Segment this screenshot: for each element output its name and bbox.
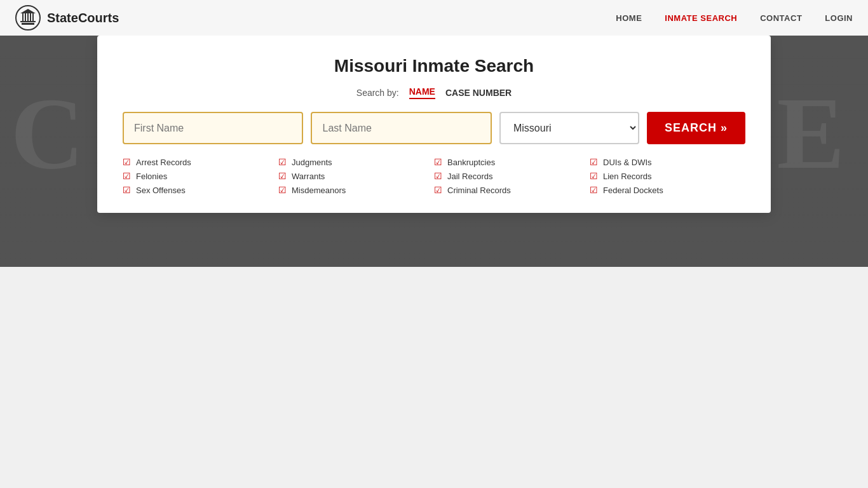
checkbox-item: ☑DUIs & DWIs bbox=[590, 157, 745, 167]
logo-text: StateCourts bbox=[47, 11, 119, 25]
checkbox-label: DUIs & DWIs bbox=[603, 158, 652, 167]
search-card: Missouri Inmate Search Search by: NAME C… bbox=[97, 36, 771, 213]
checkbox-label: Federal Dockets bbox=[603, 186, 663, 195]
checkbox-label: Warrants bbox=[292, 172, 325, 181]
checkbox-item: ☑Sex Offenses bbox=[123, 185, 278, 195]
last-name-input[interactable] bbox=[311, 112, 491, 144]
logo-link[interactable]: StateCourts bbox=[15, 5, 119, 30]
checkmark-icon: ☑ bbox=[434, 157, 442, 167]
state-select[interactable]: Missouri Alabama Alaska Arizona Arkansas… bbox=[499, 112, 639, 144]
checkbox-label: Misdemeanors bbox=[292, 186, 346, 195]
svg-rect-7 bbox=[32, 13, 34, 21]
checkmark-icon: ☑ bbox=[123, 157, 131, 167]
svg-rect-6 bbox=[30, 13, 31, 21]
svg-rect-4 bbox=[25, 13, 26, 21]
checkbox-item: ☑Warrants bbox=[278, 171, 434, 181]
checkbox-label: Jail Records bbox=[447, 172, 493, 181]
svg-rect-2 bbox=[20, 21, 36, 22]
svg-rect-3 bbox=[22, 13, 24, 21]
checkbox-label: Sex Offenses bbox=[136, 186, 186, 195]
checkbox-item: ☑Criminal Records bbox=[434, 185, 590, 195]
checkbox-label: Felonies bbox=[136, 172, 167, 181]
svg-marker-8 bbox=[20, 9, 36, 13]
checkbox-item: ☑Judgments bbox=[278, 157, 434, 167]
svg-rect-1 bbox=[22, 23, 34, 25]
checkmark-icon: ☑ bbox=[590, 171, 598, 181]
checkmark-icon: ☑ bbox=[123, 185, 131, 195]
checkbox-label: Arrest Records bbox=[136, 158, 191, 167]
search-inputs: Missouri Alabama Alaska Arizona Arkansas… bbox=[123, 112, 745, 144]
checkbox-item: ☑Misdemeanors bbox=[278, 185, 434, 195]
checkmark-icon: ☑ bbox=[590, 185, 598, 195]
checkbox-grid: ☑Arrest Records☑Judgments☑Bankruptcies☑D… bbox=[123, 157, 745, 195]
nav-contact[interactable]: CONTACT bbox=[760, 13, 802, 23]
navbar: StateCourts HOME INMATE SEARCH CONTACT L… bbox=[0, 0, 868, 36]
nav-inmate-search[interactable]: INMATE SEARCH bbox=[665, 13, 737, 23]
checkbox-item: ☑Arrest Records bbox=[123, 157, 278, 167]
svg-rect-5 bbox=[27, 13, 29, 21]
checkbox-item: ☑Felonies bbox=[123, 171, 278, 181]
checkbox-label: Judgments bbox=[292, 158, 332, 167]
checkbox-item: ☑Lien Records bbox=[590, 171, 745, 181]
nav-links: HOME INMATE SEARCH CONTACT LOGIN bbox=[616, 12, 853, 24]
checkbox-item: ☑Federal Dockets bbox=[590, 185, 745, 195]
checkmark-icon: ☑ bbox=[123, 171, 131, 181]
search-title: Missouri Inmate Search bbox=[123, 56, 745, 76]
checkbox-label: Criminal Records bbox=[447, 186, 511, 195]
tab-name[interactable]: NAME bbox=[409, 86, 435, 99]
first-name-input[interactable] bbox=[123, 112, 303, 144]
checkmark-icon: ☑ bbox=[434, 171, 442, 181]
checkmark-icon: ☑ bbox=[590, 157, 598, 167]
checkmark-icon: ☑ bbox=[278, 157, 287, 167]
checkmark-icon: ☑ bbox=[278, 185, 287, 195]
checkbox-label: Bankruptcies bbox=[447, 158, 495, 167]
checkbox-item: ☑Bankruptcies bbox=[434, 157, 590, 167]
search-button[interactable]: SEARCH » bbox=[647, 112, 745, 144]
nav-home[interactable]: HOME bbox=[616, 13, 642, 23]
tab-case[interactable]: CASE NUMBER bbox=[445, 88, 512, 98]
logo-icon bbox=[15, 5, 41, 30]
checkmark-icon: ☑ bbox=[278, 171, 287, 181]
checkbox-item: ☑Jail Records bbox=[434, 171, 590, 181]
checkbox-label: Lien Records bbox=[603, 172, 652, 181]
checkmark-icon: ☑ bbox=[434, 185, 442, 195]
nav-login[interactable]: LOGIN bbox=[825, 13, 853, 23]
hero-section: COURTHOUSE StateCourts HOME INMATE SEARC… bbox=[0, 0, 868, 267]
search-by-label: Search by: bbox=[356, 88, 399, 98]
search-by-row: Search by: NAME CASE NUMBER bbox=[123, 86, 745, 99]
